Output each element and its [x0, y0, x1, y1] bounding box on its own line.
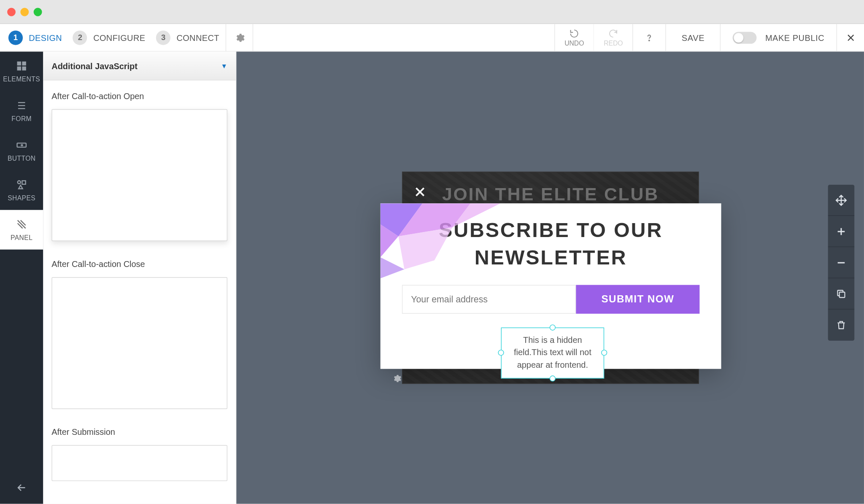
undo-label: UNDO — [564, 39, 584, 46]
close-button[interactable] — [837, 24, 864, 51]
make-public-toggle[interactable] — [733, 32, 757, 43]
step-label: CONNECT — [176, 33, 219, 43]
grid-icon — [16, 60, 27, 72]
after-open-textarea[interactable] — [51, 109, 227, 241]
sidebar-item-label: SHAPES — [8, 194, 35, 202]
maximize-window-icon[interactable] — [34, 8, 42, 16]
floating-tools — [828, 185, 855, 341]
field-label: After Call-to-action Open — [51, 91, 227, 101]
list-icon — [16, 100, 27, 111]
top-toolbar: 1 DESIGN 2 CONFIGURE 3 CONNECT UNDO REDO — [0, 24, 864, 51]
after-submission-textarea[interactable] — [51, 445, 227, 481]
sidebar-item-shapes[interactable]: SHAPES — [0, 170, 43, 210]
sidebar-item-label: ELEMENTS — [3, 75, 40, 83]
step-label: CONFIGURE — [93, 33, 145, 43]
settings-button[interactable] — [225, 24, 253, 51]
resize-handle-w[interactable] — [498, 350, 504, 356]
minus-icon — [835, 256, 847, 268]
button-icon — [16, 139, 27, 151]
field-label: After Call-to-action Close — [51, 259, 227, 269]
svg-rect-10 — [22, 181, 25, 184]
sidebar-item-label: BUTTON — [8, 155, 36, 162]
redo-icon — [608, 29, 618, 38]
svg-rect-4 — [22, 67, 26, 70]
design-canvas[interactable]: JOIN THE ELITE CLUB SUBSCRIBE TO OUR NEW… — [236, 51, 864, 504]
move-tool-button[interactable] — [828, 185, 855, 216]
copy-button[interactable] — [828, 278, 855, 310]
save-button[interactable]: SAVE — [665, 24, 720, 51]
sidebar-item-label: FORM — [11, 115, 32, 122]
left-sidebar: ELEMENTS FORM BUTTON SHAPES PANEL — [0, 51, 43, 504]
step-label: DESIGN — [29, 33, 62, 43]
resize-handle-n[interactable] — [550, 324, 556, 330]
step-number: 1 — [8, 30, 23, 45]
step-number: 3 — [156, 30, 170, 45]
element-settings-button[interactable] — [392, 374, 402, 385]
minimize-window-icon[interactable] — [20, 8, 29, 16]
help-button[interactable] — [632, 24, 665, 51]
delete-button[interactable] — [828, 310, 855, 341]
svg-point-0 — [649, 40, 650, 40]
close-window-icon[interactable] — [7, 8, 16, 16]
submit-label: SUBMIT NOW — [601, 293, 674, 305]
trash-icon — [836, 320, 847, 331]
background-title: JOIN THE ELITE CLUB — [402, 184, 698, 205]
redo-button[interactable]: REDO — [594, 24, 632, 51]
svg-rect-17 — [840, 292, 845, 297]
move-icon — [835, 194, 847, 206]
undo-button[interactable]: UNDO — [554, 24, 594, 51]
undo-icon — [570, 29, 579, 38]
arrow-left-icon — [16, 482, 27, 493]
make-public-label: MAKE PUBLIC — [765, 33, 824, 43]
sidebar-item-elements[interactable]: ELEMENTS — [0, 51, 43, 91]
field-label: After Submission — [51, 427, 227, 437]
email-input[interactable] — [402, 285, 576, 313]
resize-handle-s[interactable] — [550, 375, 556, 381]
help-icon — [644, 32, 655, 43]
submit-button[interactable]: SUBMIT NOW — [576, 285, 699, 313]
sidebar-item-button[interactable]: BUTTON — [0, 131, 43, 170]
properties-panel: Additional JavaScript ▼ After Call-to-ac… — [43, 51, 236, 504]
sidebar-item-label: PANEL — [11, 234, 32, 241]
panel-section-header[interactable]: Additional JavaScript ▼ — [43, 51, 236, 80]
save-label: SAVE — [682, 33, 705, 43]
step-configure[interactable]: 2 CONFIGURE — [73, 30, 146, 45]
make-public-section: MAKE PUBLIC — [720, 24, 836, 51]
svg-rect-2 — [22, 62, 26, 65]
svg-rect-1 — [17, 62, 21, 65]
zoom-in-button[interactable] — [828, 216, 855, 247]
sidebar-item-panel[interactable]: PANEL — [0, 210, 43, 250]
back-button[interactable] — [0, 472, 43, 504]
hidden-field-text: This is a hidden field.This text will no… — [514, 335, 591, 369]
copy-icon — [836, 288, 847, 299]
after-close-textarea[interactable] — [51, 277, 227, 409]
shapes-icon — [16, 179, 27, 191]
redo-label: REDO — [604, 39, 623, 46]
sidebar-item-form[interactable]: FORM — [0, 91, 43, 131]
plus-icon — [835, 225, 847, 237]
panel-icon — [16, 218, 27, 230]
gear-icon — [234, 32, 245, 43]
zoom-out-button[interactable] — [828, 247, 855, 278]
svg-point-9 — [18, 181, 21, 184]
panel-section-title: Additional JavaScript — [51, 61, 138, 70]
selected-hidden-field[interactable]: This is a hidden field.This text will no… — [501, 328, 605, 379]
step-number: 2 — [73, 30, 87, 45]
chevron-down-icon: ▼ — [221, 62, 227, 69]
popup-title: SUBSCRIBE TO OUR NEWSLETTER — [381, 203, 721, 272]
gear-icon — [392, 374, 402, 383]
mac-titlebar — [0, 0, 864, 24]
svg-rect-3 — [17, 67, 21, 70]
step-design[interactable]: 1 DESIGN — [8, 30, 62, 45]
close-icon — [846, 33, 856, 43]
step-connect[interactable]: 3 CONNECT — [156, 30, 219, 45]
